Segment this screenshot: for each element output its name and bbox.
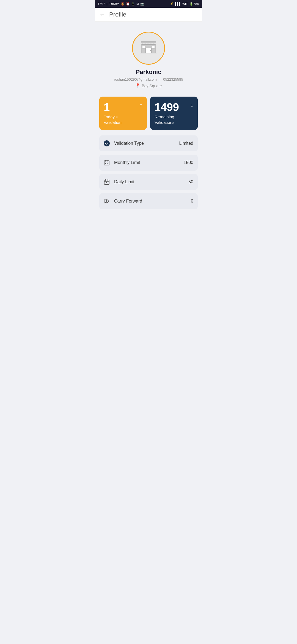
carry-forward-label: Carry Forward [114,199,191,204]
contact-divider: | [160,77,160,81]
carry-forward-icon [104,198,112,204]
status-left: 17:13 | 0.9KB/s 🔕 ⏰ 📱 M 📷 [98,2,144,6]
silent-icon: 🔕 [121,2,125,6]
svg-point-3 [150,50,151,51]
signal-icon: ▌▌▌ [175,2,181,6]
svg-rect-0 [141,41,156,42]
business-name: Parkonic [136,69,161,76]
bluetooth-icon: ⚡ [170,2,174,6]
validation-type-value: Limited [179,141,193,146]
daily-limit-label: Daily Limit [114,179,188,184]
svg-rect-13 [107,163,108,164]
validation-type-row: Validation Type Limited [99,135,198,151]
back-button[interactable]: ← [99,12,105,18]
down-arrow-icon: ↓ [190,102,193,109]
carry-forward-row: Carry Forward 0 [99,193,198,209]
location: Bay Square [142,84,162,88]
monthly-limit-value: 1500 [183,160,193,165]
svg-rect-8 [104,161,109,165]
avatar [132,32,165,65]
status-right: ⚡ ▌▌▌ WiFi 🔋70% [170,2,199,6]
carry-forward-value: 0 [191,199,193,204]
wifi-icon: WiFi [182,2,188,6]
status-bar: 17:13 | 0.9KB/s 🔕 ⏰ 📱 M 📷 ⚡ ▌▌▌ WiFi 🔋70… [95,0,202,8]
svg-rect-18 [106,182,107,183]
remaining-validation-card: ↓ 1499 RemainingValidations [150,97,198,130]
main-content: Parkonic roshan150290@gmail.com | 052232… [95,22,202,218]
store-icon [139,38,158,58]
daily-limit-row: Daily Limit 50 [99,174,198,190]
svg-rect-4 [142,46,145,48]
todays-validation-number: 1 [104,102,142,113]
network-speed: | [107,2,108,6]
monthly-limit-icon [104,160,112,166]
remaining-validation-number: 1499 [155,102,193,113]
monthly-limit-label: Monthly Limit [114,160,183,165]
email: roshan150290@gmail.com [114,77,157,81]
location-row: 📍 Bay Square [135,83,162,88]
todays-validation-label: Today'sValidation [104,114,142,125]
svg-rect-5 [152,46,155,48]
avatar-section: Parkonic roshan150290@gmail.com | 052232… [99,27,198,94]
validation-type-label: Validation Type [114,141,179,146]
svg-rect-12 [105,163,106,164]
up-arrow-icon: ↑ [139,102,142,109]
location-pin-icon: 📍 [135,83,141,88]
svg-point-7 [104,141,109,146]
top-nav: ← Profile [95,8,202,22]
daily-limit-icon [104,179,112,185]
alarm-icon: ⏰ [126,2,130,6]
network-speed-value: 0.9KB/s [109,2,119,6]
page-title: Profile [109,11,126,18]
battery-icon: 🔋70% [189,2,199,6]
monthly-limit-row: Monthly Limit 1500 [99,155,198,171]
time: 17:13 [98,2,105,6]
contact-info: roshan150290@gmail.com | 0522325585 [114,77,183,81]
todays-validation-card: ↑ 1 Today'sValidation [99,97,147,130]
validation-type-icon [104,140,112,146]
remaining-validation-label: RemainingValidations [155,114,193,125]
gmail-icon: M [136,2,139,6]
camera-icon: 📷 [140,2,144,6]
stats-row: ↑ 1 Today'sValidation ↓ 1499 RemainingVa… [99,97,198,130]
daily-limit-value: 50 [188,179,193,184]
phone: 0522325585 [163,77,183,81]
whatsapp-icon: 📱 [131,2,135,6]
